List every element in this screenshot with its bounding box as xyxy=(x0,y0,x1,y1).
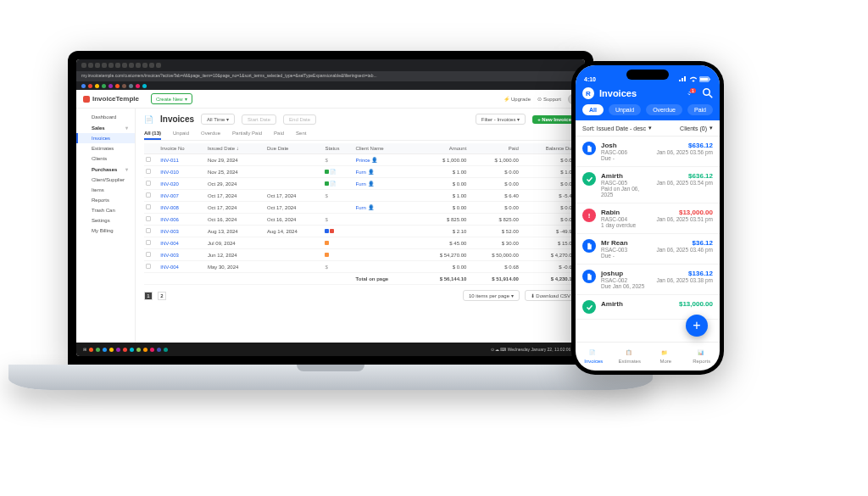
invoice-link[interactable]: INV-008 xyxy=(160,205,179,210)
tab-overdue[interactable]: Overdue xyxy=(201,128,220,140)
table-row[interactable]: INV-004May 30, 2024$$ 0.00$ 0.68$ -0.68 xyxy=(144,261,576,273)
column-header[interactable]: Due Date xyxy=(265,143,323,154)
invoice-link[interactable]: INV-006 xyxy=(160,217,179,222)
column-header[interactable]: Amount xyxy=(416,143,468,154)
phone-tab-unpaid[interactable]: Unpaid xyxy=(609,104,641,115)
nav-invoices[interactable]: 📄Invoices xyxy=(576,343,612,371)
user-avatar-icon[interactable]: R xyxy=(582,87,594,99)
invoice-link[interactable]: INV-010 xyxy=(160,170,179,175)
row-checkbox[interactable] xyxy=(146,181,151,186)
browser-url-bar[interactable]: my.invoicetemple.com/customers/invoices?… xyxy=(76,71,585,81)
phone-invoice-row[interactable]: JoshRASC-006Due -$636.12Jan 06, 2025 03.… xyxy=(576,137,720,167)
row-checkbox[interactable] xyxy=(146,240,151,245)
row-checkbox[interactable] xyxy=(146,264,151,269)
page-2-button[interactable]: 2 xyxy=(158,292,166,300)
end-date-input[interactable]: End Date xyxy=(283,114,316,125)
table-row[interactable]: INV-003Jun 12, 2024$ 54,270.00$ 50,000.0… xyxy=(144,249,576,261)
tab-sent[interactable]: Sent xyxy=(296,128,306,140)
new-invoice-button[interactable]: + New Invoice xyxy=(532,115,576,124)
tab-all[interactable]: All (13) xyxy=(144,128,161,140)
tab-partially[interactable]: Partially Paid xyxy=(232,128,262,140)
sort-dropdown[interactable]: Sort: Issued Date - desc ▾ xyxy=(582,125,675,131)
column-header[interactable]: Invoice No xyxy=(159,143,206,154)
status-icon xyxy=(582,239,596,253)
sidebar-item-invoices[interactable]: Invoices xyxy=(76,133,135,143)
sidebar-item-sales[interactable]: Sales ▾ xyxy=(76,122,135,133)
column-header[interactable]: Balance Due xyxy=(520,143,576,154)
table-row[interactable]: INV-006Oct 16, 2024Oct 16, 2024$$ 825.00… xyxy=(144,214,576,226)
table-row[interactable]: INV-004Jul 09, 2024$ 45.00$ 30.00$ 15.00 xyxy=(144,237,576,249)
sidebar-item-estimates[interactable]: Estimates xyxy=(76,143,135,153)
sync-icon[interactable]: 1 xyxy=(687,88,698,98)
column-header[interactable]: Client Name xyxy=(354,143,416,154)
phone-invoice-row[interactable]: !RabinRASC-0041 day overdue$13,000.00Jan… xyxy=(576,203,720,234)
phone-invoice-row[interactable]: joshupRSAC-002Due Jan 06, 2025$136.12Jan… xyxy=(576,265,720,295)
row-checkbox[interactable] xyxy=(146,204,151,209)
client-link[interactable]: Furn xyxy=(356,205,366,210)
column-header[interactable] xyxy=(144,143,159,154)
clients-filter-dropdown[interactable]: Clients (0) ▾ xyxy=(680,125,713,131)
phone-invoice-row[interactable]: AmirthRASC-005Paid on Jan 06, 2025$636.1… xyxy=(576,167,720,203)
row-checkbox[interactable] xyxy=(146,157,151,162)
invoice-link[interactable]: INV-007 xyxy=(160,193,179,198)
create-new-button[interactable]: Create New▾ xyxy=(151,93,192,104)
fab-add-button[interactable]: + xyxy=(686,315,708,337)
table-row[interactable]: INV-020Oct 29, 2024📄Furn 👤$ 0.00$ 0.00$ … xyxy=(144,178,576,190)
phone-tab-overdue[interactable]: Overdue xyxy=(646,104,682,115)
sidebar-item-reports[interactable]: Reports xyxy=(76,195,135,205)
client-link[interactable]: Prince xyxy=(356,158,370,163)
phone-tab-all[interactable]: All xyxy=(582,104,604,115)
invoice-link[interactable]: INV-003 xyxy=(160,253,179,258)
nav-estimates[interactable]: 📋Estimates xyxy=(612,343,648,371)
column-header[interactable]: Paid xyxy=(468,143,520,154)
laptop-screen: my.invoicetemple.com/customers/invoices?… xyxy=(68,51,593,365)
table-row[interactable]: INV-007Oct 17, 2024Oct 17, 2024$$ 1.00$ … xyxy=(144,190,576,202)
nav-reports[interactable]: 📊Reports xyxy=(684,343,721,371)
sidebar-item-dashboard[interactable]: Dashboard xyxy=(76,112,135,122)
support-link[interactable]: ⊙ Support xyxy=(537,96,561,102)
row-checkbox[interactable] xyxy=(146,192,151,198)
page-1-button[interactable]: 1 xyxy=(144,292,153,300)
row-checkbox[interactable] xyxy=(146,252,151,257)
invoice-link[interactable]: INV-004 xyxy=(160,241,179,246)
time-filter-dropdown[interactable]: All Time ▾ xyxy=(201,114,235,125)
upgrade-link[interactable]: ⚡ Upgrade xyxy=(504,96,531,102)
per-page-dropdown[interactable]: 10 items per page ▾ xyxy=(463,290,520,301)
sidebar-item-purchases[interactable]: Purchases ▾ xyxy=(76,164,135,175)
column-header[interactable]: Status xyxy=(323,143,353,154)
sidebar-item-client-supplier[interactable]: Client/Supplier xyxy=(76,175,135,185)
sidebar-item-trash-can[interactable]: Trash Can xyxy=(76,205,135,215)
phone-tab-paid[interactable]: Paid xyxy=(687,104,713,115)
start-date-input[interactable]: Start Date xyxy=(242,114,276,125)
phone-invoice-row[interactable]: Mr ReanRSAC-003Due -$36.12Jan 06, 2025 0… xyxy=(576,234,720,265)
sidebar-item-items[interactable]: Items xyxy=(76,185,135,195)
row-checkbox[interactable] xyxy=(146,228,151,233)
invoice-link[interactable]: INV-020 xyxy=(160,181,179,187)
sidebar-item-my-billing[interactable]: My Billing xyxy=(76,226,135,236)
client-link[interactable]: Furn xyxy=(356,181,366,187)
brand-logo[interactable]: InvoiceTemple xyxy=(83,95,139,103)
invoice-link[interactable]: INV-003 xyxy=(160,229,179,234)
table-row[interactable]: INV-008Oct 17, 2024Oct 17, 2024Furn 👤$ 0… xyxy=(144,202,576,214)
download-csv-button[interactable]: ⬇ Download CSV xyxy=(525,290,576,301)
tab-unpaid[interactable]: Unpaid xyxy=(173,128,189,140)
row-checkbox[interactable] xyxy=(146,169,151,174)
filter-button[interactable]: Filter - Invoices ▾ xyxy=(476,114,526,125)
phone-header: R Invoices 1 xyxy=(576,84,720,104)
nav-more[interactable]: 📁More xyxy=(648,343,684,371)
invoice-link[interactable]: INV-004 xyxy=(160,265,179,270)
client-link[interactable]: Furn xyxy=(356,170,366,175)
invoice-link[interactable]: INV-011 xyxy=(160,158,179,163)
sidebar-item-clients[interactable]: Clients xyxy=(76,153,135,164)
status-icon xyxy=(582,300,596,314)
table-row[interactable]: INV-010Nov 25, 2024📄Furn 👤$ 1.00$ 0.00$ … xyxy=(144,166,576,178)
search-icon[interactable] xyxy=(703,88,713,98)
column-header[interactable]: Issued Date ↓ xyxy=(206,143,265,154)
phone-mockup: 4:10 R Invoices 1 AllUnpaidOverduePaid S… xyxy=(571,61,724,375)
table-row[interactable]: INV-011Nov 29, 2024$Prince 👤$ 1,000.00$ … xyxy=(144,154,576,166)
tab-paid[interactable]: Paid xyxy=(274,128,284,140)
row-checkbox[interactable] xyxy=(146,216,151,221)
main-panel: 📄 Invoices All Time ▾ Start Date End Dat… xyxy=(136,109,585,343)
table-row[interactable]: INV-003Aug 13, 2024Aug 14, 2024$ 2.10$ 5… xyxy=(144,226,576,237)
sidebar-item-settings[interactable]: Settings xyxy=(76,215,135,226)
